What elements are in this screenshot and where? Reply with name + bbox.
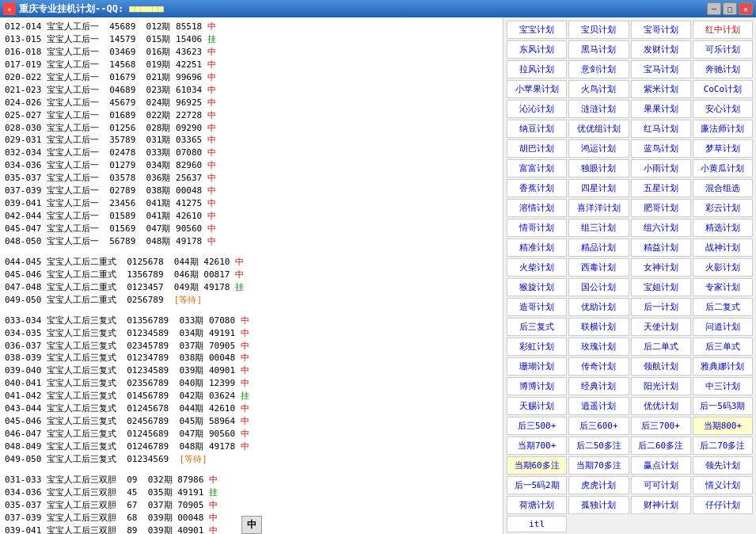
plan-button[interactable]: 雅典娜计划: [693, 357, 753, 376]
plan-button[interactable]: 孤独计划: [568, 496, 629, 514]
plan-button[interactable]: 问道计划: [693, 318, 753, 336]
plan-button[interactable]: CoCo计划: [693, 80, 753, 98]
plan-button[interactable]: 领航计划: [631, 357, 691, 376]
plan-button[interactable]: 情哥计划: [507, 219, 567, 237]
plan-button[interactable]: 小雨计划: [631, 159, 691, 177]
plan-button[interactable]: 后一计划: [631, 298, 691, 316]
plan-button[interactable]: 当期60多注: [507, 456, 567, 475]
plan-button[interactable]: 组三计划: [568, 219, 629, 237]
plan-button[interactable]: 胡巴计划: [507, 139, 567, 158]
plan-button[interactable]: 优优组计划: [568, 120, 629, 138]
plan-button[interactable]: 可可计划: [631, 476, 691, 494]
plan-button[interactable]: 黑马计划: [568, 40, 629, 59]
plan-button[interactable]: 珊瑚计划: [507, 357, 567, 376]
plan-button[interactable]: 独眼计划: [568, 159, 629, 177]
plan-button[interactable]: 后二60多注: [631, 437, 691, 455]
minimize-button[interactable]: ─: [707, 2, 721, 15]
plan-button[interactable]: 后一5码3期: [693, 397, 753, 415]
left-scroll-area[interactable]: 012-014 宝宝人工后一 45689 012期 85518 中013-015…: [0, 17, 503, 534]
plan-button[interactable]: 小苹果计划: [507, 80, 567, 98]
plan-button[interactable]: 涟涟计划: [568, 100, 629, 118]
plan-button[interactable]: 四星计划: [568, 179, 629, 197]
plan-button[interactable]: itl: [507, 516, 567, 532]
plan-button[interactable]: 蓝鸟计划: [631, 139, 691, 158]
plan-button[interactable]: 溶情计划: [507, 199, 567, 217]
plan-button[interactable]: 天使计划: [631, 318, 691, 336]
plan-button[interactable]: 后二70多注: [693, 437, 753, 455]
plan-button[interactable]: 混合组选: [693, 179, 753, 197]
plan-button[interactable]: 后三700+: [631, 417, 691, 435]
plan-button[interactable]: 紫米计划: [631, 80, 691, 98]
plan-button[interactable]: 中三计划: [693, 377, 753, 395]
plan-button[interactable]: 宝姐计划: [631, 278, 691, 296]
close-button[interactable]: ✕: [739, 2, 753, 15]
plan-button[interactable]: 当期800+: [693, 417, 753, 435]
plan-button[interactable]: 火影计划: [693, 258, 753, 277]
plan-button[interactable]: 赢点计划: [631, 456, 691, 475]
plan-button[interactable]: 传奇计划: [568, 357, 629, 376]
plan-button[interactable]: 虎虎计划: [568, 476, 629, 494]
plan-button[interactable]: 专家计划: [693, 278, 753, 296]
plan-button[interactable]: 红马计划: [631, 120, 691, 138]
plan-button[interactable]: 组六计划: [631, 219, 691, 237]
plan-button[interactable]: 精品计划: [568, 238, 629, 257]
plan-button[interactable]: 五星计划: [631, 179, 691, 197]
plan-button[interactable]: 宝哥计划: [631, 21, 691, 39]
plan-button[interactable]: 东风计划: [507, 40, 567, 59]
plan-button[interactable]: 仔仔计划: [693, 496, 753, 514]
plan-button[interactable]: 拉风计划: [507, 60, 567, 78]
plan-button[interactable]: 宝马计划: [631, 60, 691, 78]
plan-button[interactable]: 纳豆计划: [507, 120, 567, 138]
plan-button[interactable]: 战神计划: [693, 238, 753, 257]
plan-button[interactable]: 安心计划: [693, 100, 753, 118]
plan-button[interactable]: 阳光计划: [631, 377, 691, 395]
plan-button[interactable]: 博博计划: [507, 377, 567, 395]
plan-button[interactable]: 火柴计划: [507, 258, 567, 277]
plan-button[interactable]: 后一5码2期: [507, 476, 567, 494]
plan-button[interactable]: 果果计划: [631, 100, 691, 118]
plan-button[interactable]: 喜洋洋计划: [568, 199, 629, 217]
plan-button[interactable]: 造哥计划: [507, 298, 567, 316]
plan-button[interactable]: 国公计划: [568, 278, 629, 296]
plan-button[interactable]: 可乐计划: [693, 40, 753, 59]
plan-button[interactable]: 火鸟计划: [568, 80, 629, 98]
plan-button[interactable]: 后三600+: [568, 417, 629, 435]
plan-button[interactable]: 女神计划: [631, 258, 691, 277]
plan-button[interactable]: 梦草计划: [693, 139, 753, 158]
plan-button[interactable]: 彩虹计划: [507, 338, 567, 356]
plan-button[interactable]: 联横计划: [568, 318, 629, 336]
plan-button[interactable]: 西毒计划: [568, 258, 629, 277]
plan-button[interactable]: 经典计划: [568, 377, 629, 395]
plan-button[interactable]: 后二单式: [631, 338, 691, 356]
maximize-button[interactable]: □: [723, 2, 737, 15]
plan-button[interactable]: 财神计划: [631, 496, 691, 514]
plan-button[interactable]: 荷塘计划: [507, 496, 567, 514]
plan-button[interactable]: 鸿运计划: [568, 139, 629, 158]
plan-button[interactable]: 宝贝计划: [568, 21, 629, 39]
plan-button[interactable]: 后二50多注: [568, 437, 629, 455]
plan-button[interactable]: 肥哥计划: [631, 199, 691, 217]
plan-button[interactable]: 廉法师计划: [693, 120, 753, 138]
plan-button[interactable]: 后三500+: [507, 417, 567, 435]
plan-button[interactable]: 发财计划: [631, 40, 691, 59]
plan-button[interactable]: 红中计划: [693, 21, 753, 39]
plan-button[interactable]: 天赐计划: [507, 397, 567, 415]
plan-button[interactable]: 小黄瓜计划: [693, 159, 753, 177]
plan-button[interactable]: 情义计划: [693, 476, 753, 494]
plan-button[interactable]: 领先计划: [693, 456, 753, 475]
plan-button[interactable]: 当期70多注: [568, 456, 629, 475]
plan-button[interactable]: 逍遥计划: [568, 397, 629, 415]
plan-button[interactable]: 优助计划: [568, 298, 629, 316]
plan-button[interactable]: 富富计划: [507, 159, 567, 177]
plan-button[interactable]: 后三复式: [507, 318, 567, 336]
plan-button[interactable]: 宝宝计划: [507, 21, 567, 39]
plan-button[interactable]: 奔驰计划: [693, 60, 753, 78]
plan-button[interactable]: 沁沁计划: [507, 100, 567, 118]
plan-button[interactable]: 后二复式: [693, 298, 753, 316]
plan-button[interactable]: 猴旋计划: [507, 278, 567, 296]
plan-button[interactable]: 精准计划: [507, 238, 567, 257]
plan-button[interactable]: 精益计划: [631, 238, 691, 257]
plan-button[interactable]: 当期700+: [507, 437, 567, 455]
plan-button[interactable]: 香蕉计划: [507, 179, 567, 197]
plan-button[interactable]: 玫瑰计划: [568, 338, 629, 356]
